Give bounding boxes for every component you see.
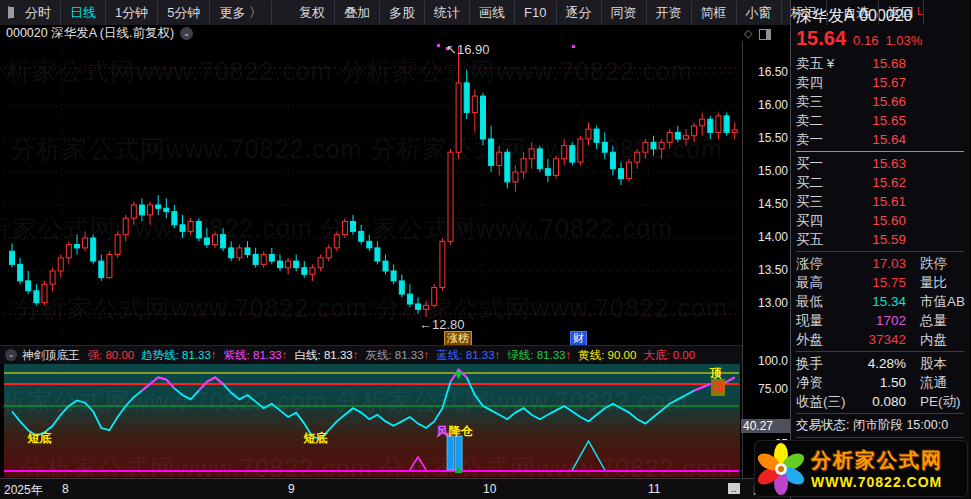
menu-item-开资[interactable]: 开资 xyxy=(647,1,692,25)
menu-item-5分钟[interactable]: 5分钟 xyxy=(158,1,210,25)
bid-row[interactable]: 买二15.62 xyxy=(796,173,970,192)
menu-item-F10[interactable]: F10 xyxy=(515,1,556,25)
stat-row[interactable]: 最低15.34市值AB xyxy=(796,292,970,311)
menu-item-画线[interactable]: 画线 xyxy=(470,1,515,25)
panel-layout-icon[interactable] xyxy=(759,29,771,40)
menu-item-同资[interactable]: 同资 xyxy=(602,1,647,25)
stat-row-label: 最高 xyxy=(796,274,848,292)
stat-row-label: 外盘 xyxy=(796,331,848,349)
bid-row-label: 买二 xyxy=(796,174,848,192)
axis-more-button[interactable]: .. xyxy=(728,483,740,494)
diamond-icon[interactable]: ◇ xyxy=(744,27,752,40)
menu-item-+自选[interactable]: +自选 xyxy=(827,1,880,25)
stat-row-value: 1.50 xyxy=(848,375,906,390)
ask-row-value: 15.66 xyxy=(848,94,906,109)
top-menu-bar: 分时日线1分钟5分钟更多 〉 复权叠加多股统计画线F10逐分同资开资简框小窗标记… xyxy=(0,0,790,25)
menu-item-日线[interactable]: 日线 xyxy=(61,1,106,25)
axis-year-label: 2025年 xyxy=(4,482,43,499)
menu-item-标记[interactable]: 标记 xyxy=(782,1,827,25)
indicator-param-白线: 白线: 81.33↑ xyxy=(295,348,359,363)
menu-item-1分钟[interactable]: 1分钟 xyxy=(106,1,158,25)
stat-row[interactable]: 最高15.75量比 xyxy=(796,273,970,292)
window-split-icon[interactable] xyxy=(8,6,10,19)
stat-row[interactable]: 收益(三)0.080PE(动) xyxy=(796,392,970,411)
stat-row-label2: 跌停 xyxy=(920,255,947,273)
site-logo: 分析家公式网 WWW.70822.COM xyxy=(754,440,968,497)
indicator-name[interactable]: 神剑顶底王 xyxy=(22,348,80,363)
ask-row-label: 卖五 ¥ xyxy=(796,55,848,73)
price-tick-15.00: 15.00 xyxy=(758,164,788,178)
menu-item-多股[interactable]: 多股 xyxy=(380,1,425,25)
axis-month-8: 8 xyxy=(62,482,69,496)
stat-row-value: 1702 xyxy=(848,313,906,328)
price-tick-14.50: 14.50 xyxy=(758,197,788,211)
stat-row[interactable]: 外盘37342内盘 xyxy=(796,330,970,349)
last-price: 15.64 xyxy=(796,27,846,49)
indicator-param-强: 强: 80.00 xyxy=(88,348,135,363)
ask-row[interactable]: 卖三15.66 xyxy=(796,92,970,111)
flower-logo-icon xyxy=(755,443,807,495)
indicator-param-绿线: 绿线: 81.33↑ xyxy=(507,348,571,363)
quote-last-price-row: 15.640.161.03% xyxy=(796,27,970,54)
menu-item-小窗[interactable]: 小窗 xyxy=(737,1,782,25)
bid-row[interactable]: 买三15.61 xyxy=(796,192,970,211)
bid-row[interactable]: 买五15.59 xyxy=(796,230,970,249)
stat-row[interactable]: 涨停17.03跌停 xyxy=(796,254,970,273)
menu-item-返回[interactable]: 返回 xyxy=(879,1,924,25)
indicator-param-灰线: 灰线: 81.33↑ xyxy=(365,348,429,363)
candlestick-and-indicator-plot[interactable] xyxy=(0,0,742,478)
menu-item-复权[interactable]: 复权 xyxy=(290,1,335,25)
price-tick-13.00: 13.00 xyxy=(758,296,788,310)
price-change: 0.16 xyxy=(853,33,878,48)
divider xyxy=(796,251,964,252)
menu-item-更多 〉[interactable]: 更多 〉 xyxy=(210,1,272,25)
bid-row[interactable]: 买一15.63 xyxy=(796,154,970,173)
ask-row[interactable]: 卖四15.67 xyxy=(796,73,970,92)
menu-item-叠加[interactable]: 叠加 xyxy=(335,1,380,25)
price-tick-13.50: 13.50 xyxy=(758,263,788,277)
menu-item-统计[interactable]: 统计 xyxy=(425,1,470,25)
stock-app-window: 分时日线1分钟5分钟更多 〉 复权叠加多股统计画线F10逐分同资开资简框小窗标记… xyxy=(0,0,971,499)
bid-row-value: 15.61 xyxy=(848,194,906,209)
ask-row-label: 卖四 xyxy=(796,74,848,92)
stat-row-value: 15.34 xyxy=(848,294,906,309)
price-tick-15.50: 15.50 xyxy=(758,131,788,145)
bid-row[interactable]: 买四15.60 xyxy=(796,211,970,230)
bid-ask-divider xyxy=(796,151,964,152)
trading-status: 交易状态: 闭市阶段 15:00:0 xyxy=(796,416,970,435)
ask-row[interactable]: 卖一15.64 xyxy=(796,130,970,149)
ask-row-label: 卖三 xyxy=(796,93,848,111)
menu-item-逐分[interactable]: 逐分 xyxy=(557,1,602,25)
stat-row-value: 0.080 xyxy=(848,394,906,409)
stat-row-label: 换手 xyxy=(796,355,848,373)
ask-row[interactable]: 卖五 ¥15.68 xyxy=(796,54,970,73)
ask-row-value: 15.64 xyxy=(848,132,906,147)
finance-report-badge[interactable]: 财 xyxy=(570,331,587,346)
indicator-header: ⌄ 神剑顶底王 强: 80.00趋势线: 81.33↑紫线: 81.33↑白线:… xyxy=(0,345,742,364)
limit-up-board-badge[interactable]: 涨榜 xyxy=(444,331,472,346)
stat-row-label: 最低 xyxy=(796,293,848,311)
stat-row[interactable]: 现量1702总量 xyxy=(796,311,970,330)
ask-row-value: 15.65 xyxy=(848,113,906,128)
stat-row-value: 4.28% xyxy=(848,356,906,371)
price-tick-16.00: 16.00 xyxy=(758,98,788,112)
divider xyxy=(796,413,964,414)
stat-row[interactable]: 净资1.50流通 xyxy=(796,373,970,392)
bid-row-label: 买五 xyxy=(796,231,848,249)
menu-item-分时[interactable]: 分时 xyxy=(16,1,61,25)
price-tick-14.00: 14.00 xyxy=(758,230,788,244)
price-change-pct: 1.03% xyxy=(885,33,922,48)
bid-row-value: 15.62 xyxy=(848,175,906,190)
stat-row[interactable]: 换手4.28%股本 xyxy=(796,354,970,373)
chevron-down-icon[interactable]: ⌄ xyxy=(180,27,193,40)
short-bottom-label: 短底 xyxy=(27,432,40,444)
chart-title: 000020 深华发A (日线.前复权) xyxy=(6,25,174,42)
indicator-param-紫线: 紫线: 81.33↑ xyxy=(224,348,288,363)
menu-item-简框[interactable]: 简框 xyxy=(692,1,737,25)
logo-url: WWW.70822.COM xyxy=(811,474,943,490)
indicator-param-黄线: 黄线: 90.00 xyxy=(578,348,636,363)
logo-title: 分析家公式网 xyxy=(811,447,943,474)
bid-row-value: 15.60 xyxy=(848,213,906,228)
collapse-indicator-icon[interactable]: ⌄ xyxy=(5,349,17,361)
ask-row[interactable]: 卖二15.65 xyxy=(796,111,970,130)
